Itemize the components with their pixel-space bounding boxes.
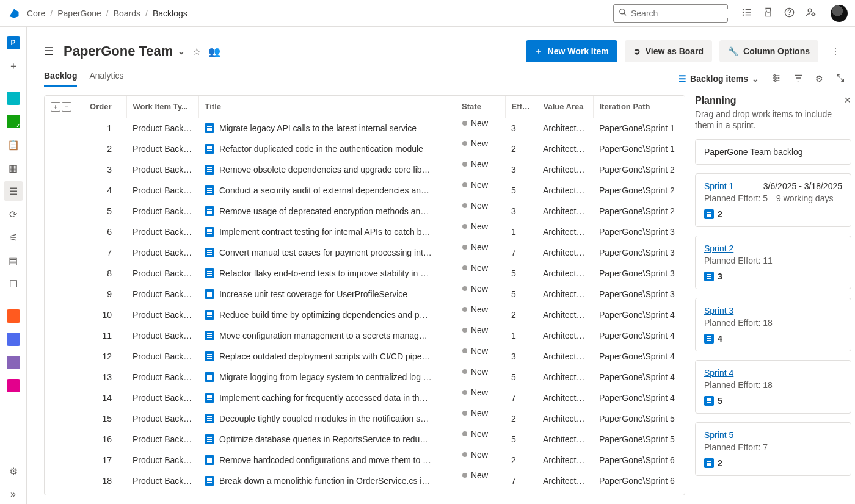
expand-all-button[interactable]: + — [51, 102, 60, 112]
sidebar-testplans[interactable] — [4, 353, 23, 372]
table-row[interactable]: 3Product Backl...Remove obsolete depende… — [45, 159, 685, 180]
sprint-link[interactable]: Sprint 1 — [704, 181, 733, 191]
sprint-card[interactable]: Sprint 13/6/2025 - 3/18/2025Planned Effo… — [695, 173, 851, 227]
sidebar-queries[interactable]: ⚟ — [4, 228, 23, 247]
cell-value-area: Architectural — [537, 118, 593, 139]
team-members-icon[interactable]: 👥 — [208, 46, 220, 57]
sidebar-pipelines[interactable] — [4, 329, 23, 349]
breadcrumb-item[interactable]: Core — [27, 9, 45, 18]
sprint-link[interactable]: Sprint 4 — [704, 368, 733, 378]
team-selector-icon[interactable]: ☰ — [44, 45, 54, 58]
column-options-button[interactable]: 🔧 Column Options — [719, 40, 818, 62]
search-field[interactable] — [631, 9, 738, 18]
more-actions-button[interactable]: ⋮ — [826, 41, 845, 61]
user-avatar[interactable] — [831, 5, 848, 22]
favorite-star-icon[interactable]: ☆ — [192, 46, 201, 57]
cell-state: New — [438, 221, 505, 231]
cell-order: 6 — [79, 221, 126, 242]
work-item-icon — [205, 393, 214, 403]
new-work-item-button[interactable]: ＋ New Work Item — [526, 40, 617, 62]
table-row[interactable]: 12Product Backl...Replace outdated deplo… — [45, 346, 685, 367]
column-order[interactable]: Order — [79, 96, 126, 118]
column-iteration-path[interactable]: Iteration Path — [593, 96, 685, 118]
sprint-effort: Planned Effort: 7 — [704, 442, 768, 452]
table-row[interactable]: 13Product Backl...Migrate logging from l… — [45, 367, 685, 387]
sprint-link[interactable]: Sprint 2 — [704, 243, 733, 253]
kanban-icon: ▦ — [9, 162, 18, 174]
sidebar-backlogs[interactable]: ☰ — [4, 181, 23, 201]
sprint-item-count: 4 — [718, 334, 722, 344]
settings-gear-icon[interactable]: ⚙ — [815, 74, 823, 84]
table-row[interactable]: 6Product Backl...Implement contract test… — [45, 221, 685, 242]
table-row[interactable]: 11Product Backl...Move configuration man… — [45, 325, 685, 346]
tab-analytics[interactable]: Analytics — [89, 71, 123, 87]
backlog-drop-target[interactable]: PaperGone Team backlog — [695, 139, 851, 165]
table-row[interactable]: 14Product Backl...Implement caching for … — [45, 387, 685, 408]
column-effort[interactable]: Effort — [505, 96, 537, 118]
sprint-link[interactable]: Sprint 5 — [704, 430, 733, 440]
state-dot-icon — [462, 203, 467, 208]
product-logo-icon[interactable] — [7, 7, 21, 20]
sidebar-expand[interactable]: » — [4, 484, 23, 504]
table-row[interactable]: 10Product Backl...Reduce build time by o… — [45, 304, 685, 325]
sprint-link[interactable]: Sprint 3 — [704, 306, 733, 315]
help-icon[interactable] — [784, 7, 795, 20]
table-row[interactable]: 1Product Backl...Migrate legacy API call… — [45, 118, 685, 139]
work-item-icon — [205, 123, 214, 133]
table-row[interactable]: 5Product Backl...Remove usage of depreca… — [45, 201, 685, 221]
sidebar-add[interactable]: ＋ — [4, 56, 23, 76]
fullscreen-icon[interactable] — [835, 73, 845, 85]
breadcrumb-item[interactable]: Boards — [114, 9, 140, 18]
column-value-area[interactable]: Value Area — [537, 96, 593, 118]
column-work-item-type[interactable]: Work Item Ty... — [126, 96, 198, 118]
sidebar-sprints[interactable]: ⟳ — [4, 204, 23, 224]
sidebar-artifacts[interactable] — [4, 376, 23, 395]
page-title[interactable]: PaperGone Team ⌄ — [64, 43, 185, 59]
column-state[interactable]: State — [438, 96, 505, 118]
state-dot-icon — [462, 452, 467, 457]
table-row[interactable]: 18Product Backl...Break down a monolithi… — [45, 470, 685, 491]
table-row[interactable]: 2Product Backl...Refactor duplicated cod… — [45, 139, 685, 159]
search-input[interactable] — [613, 4, 728, 23]
user-settings-icon[interactable] — [806, 7, 816, 20]
sprint-card[interactable]: Sprint 5Planned Effort: 72 — [695, 422, 851, 476]
view-as-board-button[interactable]: ➲ View as Board — [625, 40, 712, 62]
cell-type: Product Backl... — [126, 139, 198, 159]
cell-state: New — [438, 201, 505, 211]
sidebar-plans[interactable]: ▤ — [4, 251, 23, 270]
close-icon[interactable]: ✕ — [844, 95, 851, 105]
sidebar-repos[interactable] — [4, 306, 23, 326]
sprint-card[interactable]: Sprint 2Planned Effort: 113 — [695, 236, 851, 289]
sprint-dates: 3/6/2025 - 3/18/2025 — [763, 181, 842, 191]
tab-backlog[interactable]: Backlog — [44, 71, 77, 87]
sidebar-overview[interactable] — [4, 88, 23, 108]
table-row[interactable]: 7Product Backl...Convert manual test cas… — [45, 242, 685, 263]
breadcrumb-item[interactable]: PaperGone — [57, 9, 101, 18]
sidebar-boards2[interactable]: ▦ — [4, 158, 23, 178]
backlog-level-selector[interactable]: ☰ Backlog items ⌄ — [679, 74, 759, 84]
table-row[interactable]: 17Product Backl...Remove hardcoded confi… — [45, 450, 685, 470]
collapse-all-button[interactable]: − — [62, 102, 71, 112]
marketplace-icon[interactable] — [763, 7, 773, 19]
sidebar-workitems[interactable]: 📋 — [4, 135, 23, 154]
sidebar-settings[interactable]: ⚙ — [4, 461, 23, 481]
table-row[interactable]: 8Product Backl...Refactor flaky end-to-e… — [45, 263, 685, 284]
table-row[interactable]: 4Product Backl...Conduct a security audi… — [45, 180, 685, 201]
state-dot-icon — [462, 121, 467, 126]
sidebar-boards[interactable] — [4, 112, 23, 131]
breadcrumb-item[interactable]: Backlogs — [153, 9, 187, 18]
sidebar-project[interactable]: P — [4, 33, 23, 52]
sprint-card[interactable]: Sprint 3Planned Effort: 184 — [695, 298, 851, 351]
sprint-item-count: 5 — [718, 396, 722, 406]
column-title[interactable]: Title — [198, 96, 438, 118]
table-row[interactable]: 16Product Backl...Optimize database quer… — [45, 429, 685, 450]
checklist-icon[interactable] — [741, 7, 752, 20]
cell-value-area: Architectural — [537, 242, 593, 263]
filter-icon[interactable] — [793, 73, 803, 85]
cell-iteration-path: PaperGone\Sprint 5 — [593, 429, 685, 450]
sidebar-item[interactable]: ☐ — [4, 274, 23, 293]
table-row[interactable]: 9Product Backl...Increase unit test cove… — [45, 284, 685, 304]
sliders-icon[interactable] — [771, 73, 781, 85]
table-row[interactable]: 15Product Backl...Decouple tightly coupl… — [45, 408, 685, 429]
sprint-card[interactable]: Sprint 4Planned Effort: 185 — [695, 360, 851, 414]
